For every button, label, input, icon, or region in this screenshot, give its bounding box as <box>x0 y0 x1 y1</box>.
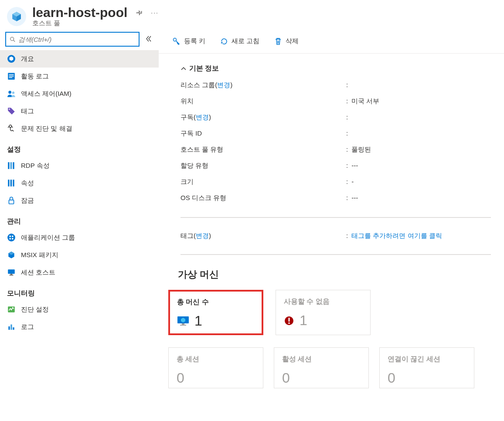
nav-label: 잠금 <box>21 197 34 205</box>
nav-section-settings: 설정 <box>0 137 159 157</box>
svg-point-9 <box>9 109 10 110</box>
nav-scroll[interactable]: 개요 활동 로그 액세스 제어(IAM) 태그 <box>0 50 159 420</box>
nav-label: RDP 속성 <box>21 162 50 170</box>
change-link[interactable]: 변경 <box>196 113 209 121</box>
nav-activity-log[interactable]: 활동 로그 <box>0 68 159 85</box>
resource-icon <box>7 7 26 26</box>
svg-rect-4 <box>9 75 14 75</box>
nav-label: 로그 <box>21 323 34 331</box>
svg-rect-6 <box>9 77 12 78</box>
cube-icon <box>7 54 16 63</box>
tile-total-machines[interactable]: 총 머신 수 1 <box>168 290 263 335</box>
svg-rect-15 <box>10 180 12 187</box>
more-icon[interactable]: ··· <box>151 9 159 16</box>
svg-point-18 <box>7 234 15 241</box>
nav-props[interactable]: 속성 <box>0 174 159 192</box>
svg-rect-32 <box>182 323 184 325</box>
svg-point-0 <box>10 37 14 41</box>
logs-icon <box>7 323 16 331</box>
svg-rect-22 <box>12 238 13 239</box>
nav-tags[interactable]: 태그 <box>0 102 159 120</box>
tile-title: 활성 세션 <box>282 355 361 364</box>
essentials-label: 크기 <box>180 178 346 186</box>
svg-rect-5 <box>9 76 14 77</box>
essentials-value: : <box>346 129 491 138</box>
essentials-label: OS 디스크 유형 <box>180 194 346 202</box>
essentials-value: : <box>346 81 491 89</box>
tile-active-sessions[interactable]: 활성 세션 0 <box>274 347 369 388</box>
essentials-label: 구독 ID <box>180 129 346 138</box>
nav-overview[interactable]: 개요 <box>0 50 159 68</box>
toolbar-label: 새로 고침 <box>232 37 259 45</box>
nav-lock[interactable]: 잠금 <box>0 192 159 209</box>
nav-section-monitor: 모니터링 <box>0 281 159 301</box>
search-box[interactable] <box>5 32 140 47</box>
tile-value: 1 <box>300 312 307 329</box>
svg-rect-13 <box>13 162 14 169</box>
tile-value: 1 <box>194 313 202 329</box>
page-header: learn-host-pool ··· 호스트 풀 <box>0 0 504 29</box>
tile-title: 총 세션 <box>177 355 255 364</box>
nav-logs[interactable]: 로그 <box>0 318 159 336</box>
change-link[interactable]: 변경 <box>196 232 209 239</box>
iam-icon <box>7 89 16 98</box>
svg-rect-20 <box>12 236 13 237</box>
svg-point-10 <box>9 125 12 128</box>
essentials-label: 태그(변경) <box>180 226 346 240</box>
essentials-value: :--- <box>346 194 491 202</box>
page-title: learn-host-pool <box>32 5 127 20</box>
nav-session-host[interactable]: 세션 호스트 <box>0 264 159 281</box>
essentials-value: :풀링된 <box>346 146 491 154</box>
svg-point-8 <box>12 92 15 94</box>
pin-icon[interactable] <box>135 8 143 17</box>
svg-rect-33 <box>180 325 186 326</box>
svg-rect-25 <box>10 275 14 276</box>
appgroup-icon <box>7 233 16 242</box>
toolbar: 등록 키 새로 고침 삭제 <box>159 29 504 54</box>
tag-icon <box>7 107 16 115</box>
collapse-sidebar-btn[interactable] <box>142 34 154 45</box>
tile-unavailable[interactable]: 사용할 수 없음 1 <box>276 290 371 335</box>
tile-disconnected-sessions[interactable]: 연결이 끊긴 세션 0 <box>379 347 474 388</box>
svg-rect-24 <box>10 274 12 275</box>
regkey-button[interactable]: 등록 키 <box>172 35 206 47</box>
svg-rect-21 <box>10 238 11 239</box>
svg-rect-11 <box>8 162 9 169</box>
tile-total-sessions[interactable]: 총 세션 0 <box>168 347 263 388</box>
lock-icon <box>7 196 16 205</box>
add-tags-link[interactable]: 태그를 추가하려면 여기를 클릭 <box>351 232 442 239</box>
change-link[interactable]: 변경 <box>217 81 230 88</box>
warning-icon <box>284 316 294 326</box>
msix-icon <box>7 251 16 259</box>
refresh-button[interactable]: 새로 고침 <box>219 35 260 47</box>
refresh-icon <box>220 37 228 45</box>
nav-rdp-props[interactable]: RDP 속성 <box>0 157 159 174</box>
nav-app-group[interactable]: 애플리케이션 그룹 <box>0 229 159 246</box>
nav-label: 태그 <box>21 107 34 115</box>
svg-rect-14 <box>8 180 9 187</box>
nav-label: 애플리케이션 그룹 <box>21 234 75 242</box>
essentials-value: : <box>346 113 491 122</box>
essentials-toggle[interactable]: 기본 정보 <box>180 64 491 73</box>
tile-title: 사용할 수 없음 <box>284 297 362 306</box>
nav-label: 개요 <box>21 55 34 63</box>
svg-rect-17 <box>9 200 14 204</box>
nav-diagnose[interactable]: 문제 진단 및 해결 <box>0 120 159 137</box>
nav-msix[interactable]: MSIX 패키지 <box>0 246 159 264</box>
essentials-label: 할당 유형 <box>180 162 346 170</box>
log-icon <box>7 72 16 81</box>
vm-tiles-row: 총 머신 수 1 사용할 수 없음 <box>168 290 491 335</box>
search-input[interactable] <box>18 36 135 43</box>
tile-value: 0 <box>282 370 361 386</box>
delete-button[interactable]: 삭제 <box>273 35 300 47</box>
nav-iam[interactable]: 액세스 제어(IAM) <box>0 85 159 102</box>
sidebar: 개요 활동 로그 액세스 제어(IAM) 태그 <box>0 29 159 420</box>
nav-label: 액세스 제어(IAM) <box>21 90 72 98</box>
nav-diag-settings[interactable]: 진단 설정 <box>0 301 159 318</box>
svg-rect-23 <box>8 269 15 274</box>
essentials-grid: 리소스 그룹(변경) : 위치 :미국 서부 구독(변경) : 구독 ID : … <box>180 81 491 255</box>
rdp-icon <box>7 161 16 170</box>
toolbar-label: 삭제 <box>286 37 299 45</box>
session-tiles-row: 총 세션 0 활성 세션 0 연결이 끊긴 세션 0 <box>168 347 491 388</box>
nav-label: 진단 설정 <box>21 306 49 314</box>
